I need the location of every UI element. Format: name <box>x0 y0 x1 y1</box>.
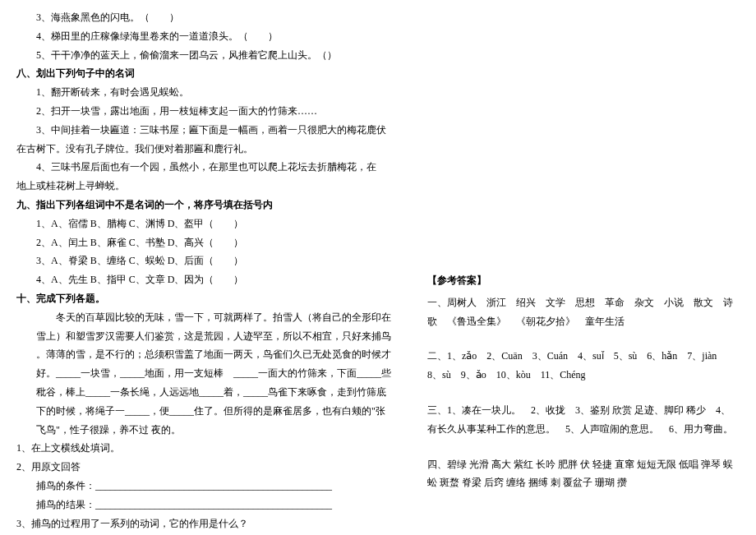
q2-a: 2、用原文回答 <box>16 458 394 477</box>
sec8-item-4: 4、三味书屋后面也有一个园，虽然小，在那里也可以爬上花坛去折腊梅花，在 <box>16 158 394 177</box>
q2-c: 捕鸟的结果：__________________________________… <box>16 496 394 514</box>
item-3: 3、海燕象黑色的闪电。（ ） <box>16 8 394 27</box>
sec9-item-1: 1、A、宿儒 B、腊梅 C、渊博 D、盔甲（ ） <box>16 214 394 233</box>
answer-3: 三、1、凑在一块儿。 2、收拢 3、鉴别 欣赏 足迹、脚印 稀少 4、有长久从事… <box>427 401 740 439</box>
q2-b: 捕鸟的条件：__________________________________… <box>16 477 394 496</box>
item-4: 4、梯田里的庄稼像绿海里卷来的一道道浪头。（ ） <box>16 27 394 46</box>
sec8-item-1: 1、翻开断砖来，有时会遇见蜈蚣。 <box>16 83 394 102</box>
sec9-item-3: 3、A、脊梁 B、缠络 C、蜈蚣 D、后面（ ） <box>16 251 394 270</box>
sec8-cont-b: 地上或桂花树上寻蝉蜕。 <box>16 177 394 196</box>
answers-heading: 【参考答案】 <box>427 271 740 290</box>
section-8-heading: 八、划出下列句子中的名词 <box>16 64 394 83</box>
sec10-passage: 冬天的百草园比较的无味，雪一下，可就两样了。拍雪人（将自己的全形印在 雪上）和塑… <box>16 308 394 440</box>
sec8-cont-a: 在古树下。没有孔子牌位。我们便对着那匾和鹿行礼。 <box>16 140 394 159</box>
sec9-item-4: 4、A、先生 B、指甲 C、文章 D、因为（ ） <box>16 270 394 289</box>
item-5: 5、干干净净的蓝天上，偷偷溜来一团乌云，风推着它爬上山头。（） <box>16 46 394 65</box>
sec8-item-3: 3、中间挂着一块匾道：三味书屋；匾下面是一幅画，画着一只很肥大的梅花鹿伏 <box>16 121 394 140</box>
sec8-item-2: 2、扫开一块雪，露出地面，用一枝短棒支起一面大的竹筛来…… <box>16 102 394 121</box>
q1: 1、在上文横线处填词。 <box>16 439 394 458</box>
section-9-heading: 九、指出下列各组词中不是名词的一个，将序号填在括号内 <box>16 196 394 214</box>
answer-4: 四、碧绿 光滑 高大 紫红 长吟 肥胖 伏 轻捷 直窜 短短无限 低唱 弹琴 蜈… <box>427 455 740 493</box>
q3: 3、捕鸟的过程用了一系列的动词，它的作用是什么？ <box>16 514 394 533</box>
section-10-heading: 十、完成下列各题。 <box>16 289 394 308</box>
sec9-item-2: 2、A、闰土 B、麻雀 C、书塾 D、高兴（ ） <box>16 233 394 252</box>
answer-2: 二、1、zǎo 2、Cuān 3、Cuán 4、suǐ 5、sù 6、hǎn 7… <box>427 347 740 385</box>
answer-1: 一、周树人 浙江 绍兴 文学 思想 革命 杂文 小说 散文 诗歌 《鲁迅全集》 … <box>427 293 740 331</box>
